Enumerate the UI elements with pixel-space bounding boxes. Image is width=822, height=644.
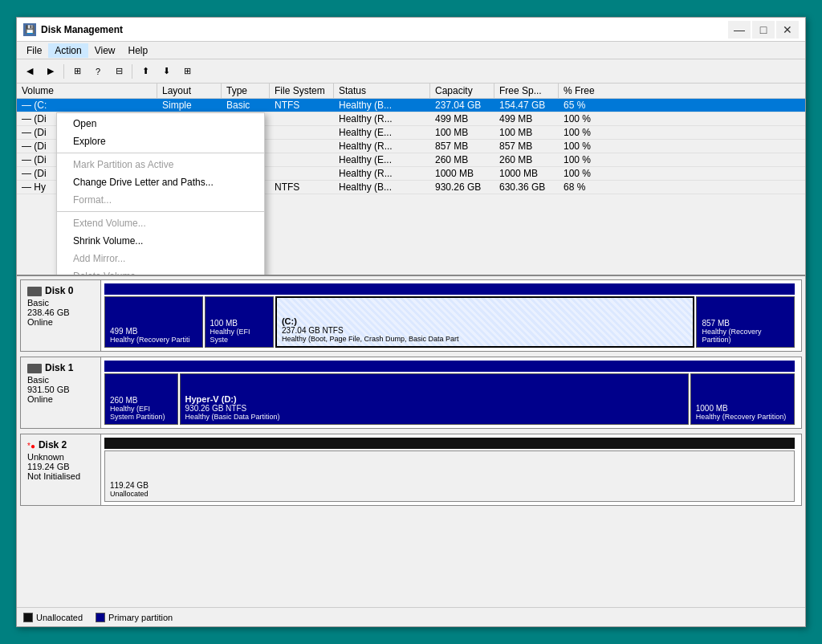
ctx-shrink[interactable]: Shrink Volume... [57, 232, 264, 250]
menu-file[interactable]: File [20, 43, 48, 58]
forward-button[interactable]: ▶ [41, 63, 60, 80]
ctx-sep-2 [57, 211, 264, 212]
disk-1-type: Basic [27, 375, 94, 385]
menu-bar: File Action View Help [17, 42, 805, 59]
down-button[interactable]: ⬇ [157, 63, 176, 80]
col-header-capacity[interactable]: Capacity [430, 84, 494, 98]
disk-0-icon [27, 287, 42, 296]
app-icon: 💾 [23, 23, 36, 36]
grid-button[interactable]: ⊞ [177, 63, 197, 80]
cell-pct-2: 100 % [559, 126, 615, 139]
legend-unalloc-box [23, 613, 33, 622]
close-button[interactable]: ✕ [776, 21, 799, 39]
col-header-volume[interactable]: Volume [17, 84, 157, 98]
cell-layout-0: Simple [157, 99, 222, 112]
cell-capacity-3: 857 MB [430, 140, 494, 153]
menu-help[interactable]: Help [122, 43, 155, 58]
disk-2-type: Unknown [27, 452, 94, 462]
cell-status-3: Healthy (R... [334, 140, 430, 153]
disk-1-part-d[interactable]: Hyper-V (D:) 930.26 GB NTFS Healthy (Bas… [180, 373, 689, 425]
disk-0-part-1-size: 499 MB [110, 327, 197, 336]
disk-1-part-d-name: Hyper-V (D:) [185, 394, 683, 404]
back-button[interactable]: ◀ [20, 63, 39, 80]
cell-capacity-0: 237.04 GB [430, 99, 494, 112]
col-header-layout[interactable]: Layout [157, 84, 222, 98]
disk-0-part-1[interactable]: 499 MB Healthy (Recovery Partiti [104, 296, 203, 348]
disk-0-part-4[interactable]: 857 MB Healthy (Recovery Partition) [696, 296, 795, 348]
legend-primary-label: Primary partition [108, 613, 173, 622]
cell-status-4: Healthy (E... [334, 153, 430, 166]
disk-2-part-unalloc[interactable]: 119.24 GB Unallocated [104, 450, 795, 502]
toolbar-separator-2 [132, 64, 132, 79]
disk-1-part-1-size: 260 MB [110, 396, 173, 405]
table-row[interactable]: — (C: Simple Basic NTFS Healthy (B... 23… [17, 99, 805, 112]
disk-0-part-1-type: Healthy (Recovery Partiti [110, 336, 197, 344]
help-toolbar-button[interactable]: ? [88, 63, 108, 80]
cell-capacity-5: 1000 MB [430, 167, 494, 180]
legend-unallocated: Unallocated [23, 613, 83, 622]
ctx-open[interactable]: Open [57, 115, 264, 132]
disk-2-part-type: Unallocated [110, 490, 789, 498]
disk-1-info: Disk 1 Basic 931.50 GB Online [21, 357, 101, 428]
col-header-status[interactable]: Status [334, 84, 430, 98]
disk-0-row: Disk 0 Basic 238.46 GB Online 499 MB Hea… [20, 279, 802, 352]
ctx-format: Format... [57, 191, 264, 209]
disk-1-part-3-size: 1000 MB [696, 404, 789, 413]
disk-1-status: Online [27, 394, 94, 404]
disk-1-name: Disk 1 [45, 362, 73, 373]
cell-pct-0: 65 % [559, 99, 615, 112]
maximize-button[interactable]: □ [752, 21, 775, 39]
up-button[interactable]: ⬆ [136, 63, 155, 80]
disk-0-name-row: Disk 0 [27, 285, 94, 298]
main-content: Open Explore Mark Partition as Active Ch… [17, 84, 805, 607]
cell-capacity-4: 260 MB [430, 153, 494, 166]
cell-pct-3: 100 % [559, 140, 615, 153]
col-header-pctfree[interactable]: % Free [559, 84, 615, 98]
cell-status-1: Healthy (R... [334, 112, 430, 125]
cell-pct-4: 100 % [559, 153, 615, 166]
disk-0-part-2-type: Healthy (EFI Syste [210, 328, 268, 344]
disk-1-size: 931.50 GB [27, 385, 94, 394]
disk-0-part-4-size: 857 MB [702, 319, 789, 328]
col-header-type[interactable]: Type [222, 84, 270, 98]
remove-button[interactable]: ⊟ [109, 63, 128, 80]
disk-0-size: 238.46 GB [27, 308, 94, 317]
volume-table: Open Explore Mark Partition as Active Ch… [17, 84, 805, 276]
disk-0-type: Basic [27, 298, 94, 308]
col-header-freespace[interactable]: Free Sp... [494, 84, 559, 98]
properties-button[interactable]: ⊞ [67, 63, 87, 80]
menu-view[interactable]: View [88, 43, 122, 58]
disk-0-status: Online [27, 317, 94, 327]
menu-action[interactable]: Action [48, 43, 87, 58]
disk-1-part-3-type: Healthy (Recovery Partition) [696, 413, 789, 421]
disk-2-alert-icon: *● [27, 442, 35, 450]
disk-1-part-3[interactable]: 1000 MB Healthy (Recovery Partition) [690, 373, 795, 425]
disk-2-size: 119.24 GB [27, 462, 94, 471]
cell-fs-0: NTFS [270, 99, 334, 112]
cell-fs-3 [270, 145, 334, 147]
ctx-sep-1 [57, 153, 264, 153]
legend-primary: Primary partition [96, 613, 173, 622]
disk-0-partitions-area: 499 MB Healthy (Recovery Partiti 100 MB … [101, 280, 801, 351]
disk-1-partitions-area: 260 MB Healthy (EFI System Partition) Hy… [101, 357, 801, 428]
cell-pct-1: 100 % [559, 112, 615, 125]
ctx-explore[interactable]: Explore [57, 132, 264, 150]
cell-capacity-6: 930.26 GB [430, 181, 494, 194]
disk-2-info: *● Disk 2 Unknown 119.24 GB Not Initiali… [21, 434, 101, 505]
toolbar-separator-1 [63, 64, 64, 79]
minimize-button[interactable]: — [728, 21, 751, 39]
ctx-change-drive[interactable]: Change Drive Letter and Paths... [57, 173, 264, 191]
disk-2-part-size: 119.24 GB [110, 481, 789, 490]
disk-2-partitions-area: 119.24 GB Unallocated [101, 434, 801, 505]
ctx-mark-active: Mark Partition as Active [57, 156, 264, 173]
disk-0-part-c-size: 237.04 GB NTFS [282, 326, 689, 335]
disk-0-part-c-name: (C:) [282, 316, 689, 326]
col-header-fs[interactable]: File System [270, 84, 334, 98]
disk-section: Disk 0 Basic 238.46 GB Online 499 MB Hea… [17, 276, 805, 607]
disk-1-part-1[interactable]: 260 MB Healthy (EFI System Partition) [104, 373, 178, 425]
disk-0-part-2-size: 100 MB [210, 319, 268, 328]
disk-0-part-2[interactable]: 100 MB Healthy (EFI Syste [205, 296, 274, 348]
disk-2-name-row: *● Disk 2 [27, 439, 94, 452]
disk-0-part-c[interactable]: (C:) 237.04 GB NTFS Healthy (Boot, Page … [275, 296, 695, 348]
cell-fs-6: NTFS [270, 181, 334, 194]
